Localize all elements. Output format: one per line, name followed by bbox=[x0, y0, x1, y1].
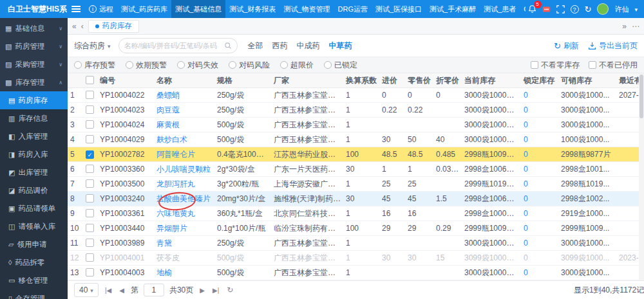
refresh-top-button[interactable] bbox=[585, 5, 592, 14]
page-size-select[interactable]: 40 bbox=[74, 283, 99, 297]
radio-circle-icon[interactable] bbox=[324, 61, 332, 69]
header-conversion[interactable]: 换算系数 bbox=[343, 73, 379, 87]
scroll-tabs-left-icon[interactable] bbox=[72, 23, 77, 30]
header-split-price[interactable]: 折零价 bbox=[433, 73, 462, 87]
table-row[interactable]: 5 YP10002782 阿普唑仑片 0.4毫克100片/瓶 江苏恩华药业股份有… bbox=[68, 147, 644, 162]
last-page-button[interactable] bbox=[211, 287, 220, 294]
header-code[interactable]: 编号 bbox=[97, 73, 154, 87]
checkbox-icon[interactable] bbox=[531, 61, 538, 69]
locked-stock-link[interactable]: 0 bbox=[521, 132, 558, 147]
top-nav-item[interactable]: 测试_患者 bbox=[480, 0, 520, 18]
radio-circle-icon[interactable] bbox=[126, 61, 133, 69]
pharmacy-select[interactable]: 综合药房 bbox=[74, 41, 111, 51]
row-checkbox[interactable] bbox=[86, 268, 94, 276]
row-checkbox[interactable] bbox=[86, 150, 94, 159]
category-tab[interactable]: 全部 bbox=[248, 41, 263, 51]
locked-stock-link[interactable]: 0 bbox=[521, 103, 558, 117]
scroll-tabs-right-icon[interactable] bbox=[622, 23, 627, 30]
header-retail-price[interactable]: 零售价 bbox=[405, 73, 433, 87]
header-manufacturer[interactable]: 厂家 bbox=[271, 73, 343, 87]
locked-stock-link[interactable]: 0 bbox=[521, 266, 558, 280]
sidebar-item[interactable]: ▯ 仓存管理 bbox=[0, 289, 68, 299]
row-checkbox[interactable] bbox=[86, 179, 94, 188]
username[interactable]: 许仙 bbox=[614, 5, 629, 14]
drug-name-link[interactable]: 麻黄根 bbox=[154, 118, 214, 132]
header-purchase-price[interactable]: 进价 bbox=[379, 73, 405, 87]
top-nav-item[interactable]: 测试_医保接口 bbox=[372, 0, 426, 18]
header-spec[interactable]: 规格 bbox=[214, 73, 271, 87]
filter-radio[interactable]: 对码风险 bbox=[229, 60, 270, 71]
prev-page-button[interactable] bbox=[118, 287, 126, 294]
filter-radio[interactable]: 对码失效 bbox=[177, 60, 218, 71]
bell-button[interactable]: 5 bbox=[528, 5, 536, 14]
row-checkbox[interactable] bbox=[86, 194, 94, 203]
filter-radio[interactable]: 已锁定 bbox=[324, 60, 357, 71]
sidebar-item[interactable]: ▧ 药房管理 ∨ bbox=[0, 37, 68, 55]
sidebar-item[interactable]: ◪ 药品调价 bbox=[0, 181, 68, 199]
row-checkbox[interactable] bbox=[86, 91, 94, 99]
scroll-tabs-prev-icon[interactable] bbox=[81, 23, 84, 30]
drug-name-link[interactable]: 地榆 bbox=[154, 266, 214, 280]
table-row[interactable]: 1 YP10004022 桑螵蛸 250g/袋 广西玉林参宝堂中药饮片有... … bbox=[68, 88, 644, 103]
radio-circle-icon[interactable] bbox=[74, 61, 82, 69]
top-nav-item[interactable]: 测试_药房药库 bbox=[117, 0, 171, 18]
table-row[interactable]: 6 YP10003360 小儿咳喘灵颗粒 2g*30袋/盒 广东一片天医药集团制… bbox=[68, 162, 644, 177]
locked-stock-link[interactable]: 0 bbox=[521, 88, 558, 102]
sidebar-item[interactable]: ▦ 基础信息 ∨ bbox=[0, 19, 68, 37]
header-current-stock[interactable]: 当前库存 bbox=[462, 73, 521, 87]
category-tab[interactable]: 中成药 bbox=[297, 41, 320, 51]
help-button[interactable] bbox=[571, 5, 579, 14]
header-name[interactable]: 名称 bbox=[154, 73, 214, 87]
drug-name-link[interactable]: 肉豆蔻 bbox=[154, 103, 214, 117]
locked-stock-link[interactable]: 0 bbox=[521, 251, 558, 265]
scrollbar-thumb[interactable] bbox=[639, 75, 643, 118]
tab-pharmacy-stock[interactable]: 药房库存 bbox=[88, 20, 139, 33]
category-tab[interactable]: 中草药 bbox=[329, 41, 352, 51]
locked-stock-link[interactable]: 0 bbox=[521, 162, 558, 176]
drug-name-link[interactable]: 盐酸曲美他嗪片 bbox=[154, 192, 214, 206]
table-row[interactable]: 13 YP10004003 地榆 500g/袋 广西玉林参宝堂中药饮片有... … bbox=[68, 266, 644, 280]
search-input[interactable] bbox=[124, 42, 220, 50]
sidebar-item[interactable]: ▥ 库存信息 bbox=[0, 109, 68, 127]
row-checkbox[interactable] bbox=[86, 165, 94, 173]
sidebar-item[interactable]: ▤ 药房库存 bbox=[0, 91, 68, 109]
table-row[interactable]: 8 YP10003240 盐酸曲美他嗪片 20mg*30片/盒 施维雅(天津)制… bbox=[68, 192, 644, 206]
locked-stock-link[interactable]: 0 bbox=[521, 177, 558, 191]
table-row[interactable]: 3 YP10004024 麻黄根 500g/袋 广西玉林参宝堂中药饮片有... … bbox=[68, 118, 644, 132]
table-row[interactable]: 9 YP10003361 六味地黄丸 360丸*1瓶/盒 北京同仁堂科技发展股份… bbox=[68, 206, 644, 221]
locked-stock-link[interactable]: 0 bbox=[521, 236, 558, 250]
row-checkbox[interactable] bbox=[86, 224, 94, 232]
export-button[interactable]: 导出当前页 bbox=[588, 41, 638, 51]
checkbox-icon[interactable] bbox=[589, 61, 596, 69]
caret-down-icon[interactable] bbox=[634, 5, 638, 14]
row-checkbox[interactable] bbox=[86, 135, 94, 143]
filter-radio[interactable]: 超限价 bbox=[280, 60, 314, 71]
page-number-input[interactable] bbox=[144, 284, 164, 296]
top-nav-item[interactable]: 测试_财务报表 bbox=[225, 0, 279, 18]
fullscreen-button[interactable] bbox=[556, 5, 565, 14]
drug-name-link[interactable]: 麸炒白术 bbox=[154, 132, 214, 147]
row-checkbox[interactable] bbox=[86, 105, 94, 114]
row-checkbox[interactable] bbox=[86, 253, 94, 262]
search-box[interactable] bbox=[118, 38, 238, 53]
filter-checkbox[interactable]: 不看零库存 bbox=[531, 60, 580, 71]
category-tab[interactable]: 西药 bbox=[272, 41, 288, 51]
sidebar-item[interactable]: ◩ 出库管理 bbox=[0, 163, 68, 181]
filter-radio[interactable]: 效期预警 bbox=[126, 60, 167, 71]
locked-stock-link[interactable]: 0 bbox=[521, 147, 558, 161]
sidebar-item[interactable]: ◫ 请领单入库 bbox=[0, 217, 68, 235]
sidebar-item[interactable]: ▨ 采购管理 ∨ bbox=[0, 55, 68, 73]
locked-stock-link[interactable]: 0 bbox=[521, 221, 558, 235]
sidebar-item[interactable]: ◧ 入库管理 bbox=[0, 127, 68, 145]
drug-name-link[interactable]: 异烟肼片 bbox=[154, 221, 214, 235]
header-locked-stock[interactable]: 锁定库存 bbox=[521, 73, 558, 87]
table-row[interactable]: 4 YP10004029 麸炒白术 500g/袋 广西玉林参宝堂中药饮片有...… bbox=[68, 132, 644, 147]
menu-toggle-icon[interactable] bbox=[67, 0, 85, 18]
drug-name-link[interactable]: 桑螵蛸 bbox=[154, 88, 214, 102]
top-nav-item[interactable]: GSP bbox=[520, 0, 525, 18]
sidebar-item[interactable]: ◨ 药房入库 bbox=[0, 145, 68, 163]
drug-name-link[interactable]: 茯苓皮 bbox=[154, 251, 214, 265]
refresh-button[interactable]: 刷新 bbox=[554, 41, 579, 51]
row-checkbox[interactable] bbox=[86, 120, 94, 129]
sidebar-item[interactable]: ▣ 药品请领单 bbox=[0, 199, 68, 217]
